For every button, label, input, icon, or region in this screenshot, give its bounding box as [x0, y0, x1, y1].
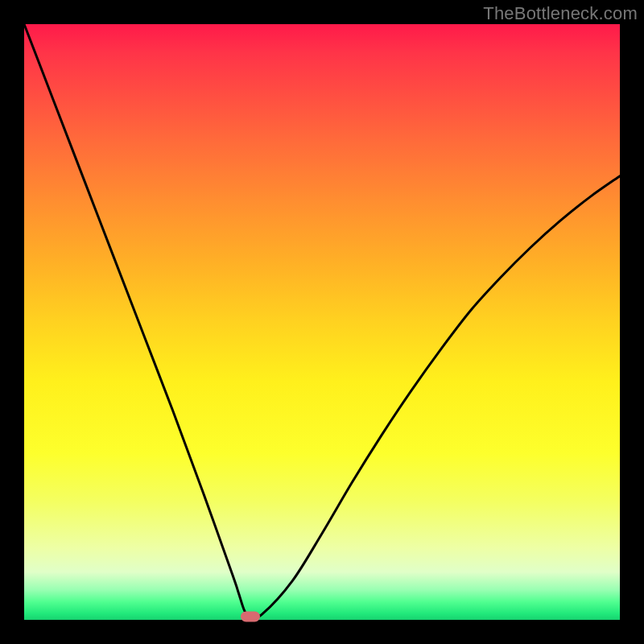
bottleneck-curve: [24, 24, 620, 617]
watermark-text: TheBottleneck.com: [483, 3, 638, 24]
curve-layer: [0, 0, 644, 644]
chart-container: TheBottleneck.com: [0, 0, 644, 644]
optimum-marker: [241, 612, 260, 622]
